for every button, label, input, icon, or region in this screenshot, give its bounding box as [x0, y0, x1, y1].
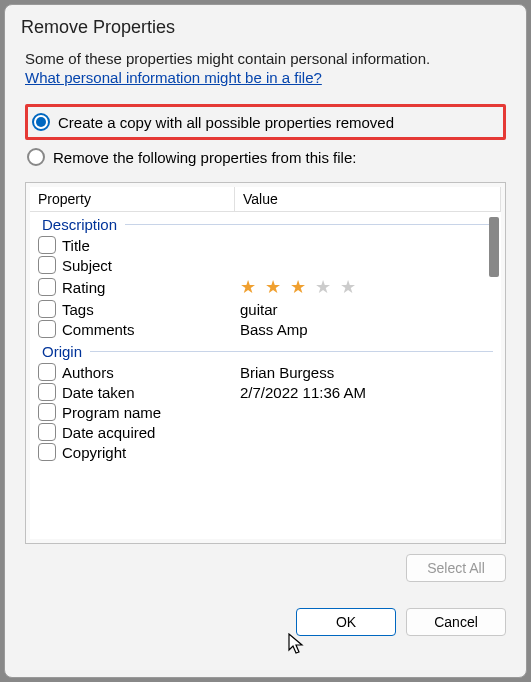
radio-icon	[27, 148, 45, 166]
checkbox[interactable]	[38, 256, 56, 274]
prop-name: Copyright	[62, 444, 240, 461]
radio-icon	[32, 113, 50, 131]
checkbox[interactable]	[38, 363, 56, 381]
checkbox[interactable]	[38, 403, 56, 421]
prop-row-program-name[interactable]: Program name	[30, 402, 501, 422]
list-body: Description Title Subject	[30, 212, 501, 536]
group-label: Description	[42, 216, 117, 233]
properties-list: Property Value Description Title	[30, 187, 501, 539]
prop-value: guitar	[240, 301, 501, 318]
radio-label: Remove the following properties from thi…	[53, 149, 356, 166]
prop-name: Tags	[62, 301, 240, 318]
prop-value: Bass Amp	[240, 321, 501, 338]
group-divider	[125, 224, 493, 225]
group-origin: Origin	[30, 339, 501, 362]
list-header: Property Value	[30, 187, 501, 212]
remove-properties-dialog: Remove Properties Some of these properti…	[4, 4, 527, 678]
prop-row-copyright[interactable]: Copyright	[30, 442, 501, 462]
checkbox[interactable]	[38, 383, 56, 401]
prop-name: Date acquired	[62, 424, 240, 441]
select-all-button[interactable]: Select All	[406, 554, 506, 582]
prop-name: Rating	[62, 279, 240, 296]
dialog-title: Remove Properties	[5, 5, 526, 50]
column-header-value[interactable]: Value	[235, 187, 501, 211]
column-header-property[interactable]: Property	[30, 187, 235, 211]
radio-group: Create a copy with all possible properti…	[25, 104, 506, 170]
info-text: Some of these properties might contain p…	[25, 50, 506, 67]
prop-row-comments[interactable]: Comments Bass Amp	[30, 319, 501, 339]
prop-name: Title	[62, 237, 240, 254]
radio-label: Create a copy with all possible properti…	[58, 114, 394, 131]
checkbox[interactable]	[38, 423, 56, 441]
group-divider	[90, 351, 493, 352]
ok-button[interactable]: OK	[296, 608, 396, 636]
prop-row-tags[interactable]: Tags guitar	[30, 299, 501, 319]
cancel-button[interactable]: Cancel	[406, 608, 506, 636]
properties-list-frame: Property Value Description Title	[25, 182, 506, 544]
prop-row-date-taken[interactable]: Date taken 2/7/2022 11:36 AM	[30, 382, 501, 402]
prop-name: Program name	[62, 404, 240, 421]
rating-stars: ★ ★ ★ ★ ★	[240, 276, 501, 298]
info-link[interactable]: What personal information might be in a …	[25, 69, 322, 86]
checkbox[interactable]	[38, 320, 56, 338]
prop-row-authors[interactable]: Authors Brian Burgess	[30, 362, 501, 382]
group-description: Description	[30, 212, 501, 235]
prop-row-subject[interactable]: Subject	[30, 255, 501, 275]
prop-name: Authors	[62, 364, 240, 381]
scrollbar-thumb[interactable]	[489, 217, 499, 277]
prop-name: Subject	[62, 257, 240, 274]
prop-name: Comments	[62, 321, 240, 338]
prop-row-rating[interactable]: Rating ★ ★ ★ ★ ★	[30, 275, 501, 299]
prop-row-date-acquired[interactable]: Date acquired	[30, 422, 501, 442]
radio-create-copy[interactable]: Create a copy with all possible properti…	[25, 104, 506, 140]
checkbox[interactable]	[38, 278, 56, 296]
radio-remove-following[interactable]: Remove the following properties from thi…	[25, 144, 506, 170]
prop-name: Date taken	[62, 384, 240, 401]
prop-value: Brian Burgess	[240, 364, 501, 381]
prop-value: 2/7/2022 11:36 AM	[240, 384, 501, 401]
checkbox[interactable]	[38, 443, 56, 461]
prop-row-title[interactable]: Title	[30, 235, 501, 255]
checkbox[interactable]	[38, 300, 56, 318]
checkbox[interactable]	[38, 236, 56, 254]
group-label: Origin	[42, 343, 82, 360]
